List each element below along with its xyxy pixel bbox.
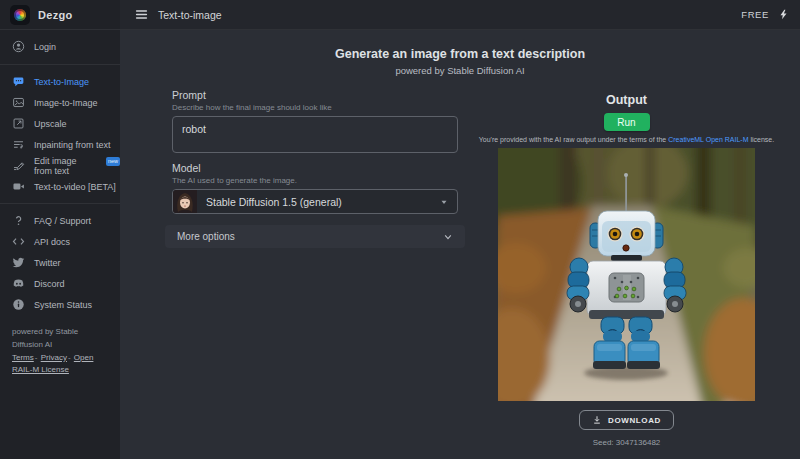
prompt-help-text: Describe how the final image should look… <box>172 103 458 112</box>
seed-value: 3047136482 <box>616 438 661 447</box>
sidebar-divider <box>0 203 120 204</box>
output-column: Output Run You're provided with the AI r… <box>465 89 800 447</box>
model-help-text: The AI used to generate the image. <box>172 176 458 185</box>
discord-icon <box>12 277 25 290</box>
model-selected-value: Stable Diffusion 1.5 (general) <box>206 196 430 208</box>
video-camera-icon <box>12 180 25 193</box>
generated-robot-image <box>498 148 755 401</box>
creativeml-license-link[interactable]: CreativeML Open RAIL-M <box>668 136 748 143</box>
sidebar-footer: powered by Stable Diffusion AI Terms- Pr… <box>0 317 120 377</box>
model-portrait-thumbnail <box>173 189 197 214</box>
sidebar-item-edit-image[interactable]: Edit image from text new <box>0 155 120 176</box>
chat-icon <box>12 75 25 88</box>
sidebar-item-label: Upscale <box>34 119 67 129</box>
edit-pencil-icon <box>12 159 25 172</box>
sidebar-item-label: Discord <box>34 279 65 289</box>
sidebar-item-upscale[interactable]: Upscale <box>0 113 120 134</box>
sidebar-item-discord[interactable]: Discord <box>0 273 120 294</box>
brand[interactable]: Dezgo <box>0 0 120 29</box>
prompt-label: Prompt <box>172 89 458 101</box>
image-icon <box>12 96 25 109</box>
sidebar-item-faq[interactable]: FAQ / Support <box>0 210 120 231</box>
sidebar-item-label: Edit image from text <box>34 156 94 176</box>
sidebar-item-image-to-image[interactable]: Image-to-Image <box>0 92 120 113</box>
seed-label: Seed: <box>593 438 614 447</box>
sidebar-item-text-to-image[interactable]: Text-to-Image <box>0 71 120 92</box>
model-field: Model The AI used to generate the image.… <box>172 162 458 214</box>
sidebar-item-label: Text-to-Image <box>34 77 89 87</box>
run-button[interactable]: Run <box>604 113 650 131</box>
privacy-link[interactable]: Privacy <box>41 353 67 362</box>
model-label: Model <box>172 162 458 174</box>
main-subtitle: powered by Stable Diffusion AI <box>120 65 800 76</box>
sidebar-divider <box>0 64 120 65</box>
lightning-icon[interactable] <box>778 8 789 21</box>
person-icon <box>12 40 25 53</box>
dezgo-app: Dezgo Text-to-image FREE Login <box>0 0 800 459</box>
inpaint-lines-icon <box>12 138 25 151</box>
sidebar-item-system-status[interactable]: System Status <box>0 294 120 315</box>
top-header: Dezgo Text-to-image FREE <box>0 0 800 30</box>
sidebar-item-text-to-video[interactable]: Text-to-video [BETA] <box>0 176 120 197</box>
main-content: Generate an image from a text descriptio… <box>120 30 800 459</box>
sidebar-secondary-nav: FAQ / Support API docs Twitter Disco <box>0 208 120 317</box>
sidebar-item-label: Image-to-Image <box>34 98 98 108</box>
license-prefix: You're provided with the AI raw output u… <box>479 136 668 143</box>
content-row: Prompt Describe how the final image shou… <box>120 89 800 447</box>
more-options-label: More options <box>177 231 235 242</box>
plan-badge[interactable]: FREE <box>741 9 769 20</box>
powered-by-text: powered by Stable Diffusion AI <box>12 326 108 352</box>
sidebar-item-inpainting[interactable]: Inpainting from text <box>0 134 120 155</box>
page-title: Text-to-image <box>158 9 222 21</box>
form-column: Prompt Describe how the final image shou… <box>165 89 465 248</box>
sidebar-item-label: Inpainting from text <box>34 140 111 150</box>
code-icon <box>12 235 25 248</box>
seed-text: Seed: 3047136482 <box>593 438 661 447</box>
sidebar: Login Text-to-Image Image-to-Image <box>0 30 120 459</box>
header-right: FREE <box>741 8 800 21</box>
prompt-field: Prompt Describe how the final image shou… <box>172 89 458 153</box>
sidebar-item-api-docs[interactable]: API docs <box>0 231 120 252</box>
download-button[interactable]: DOWNLOAD <box>579 410 674 430</box>
sidebar-item-label: FAQ / Support <box>34 216 91 226</box>
brand-name: Dezgo <box>38 9 73 21</box>
main-title: Generate an image from a text descriptio… <box>120 47 800 61</box>
sidebar-nav: Text-to-Image Image-to-Image Upscale <box>0 69 120 199</box>
prompt-input[interactable]: robot <box>172 116 458 153</box>
link-separator: - <box>35 353 38 362</box>
more-options-accordion[interactable]: More options <box>165 225 465 248</box>
sidebar-item-label: Login <box>34 42 56 52</box>
license-suffix: license. <box>749 136 775 143</box>
download-icon <box>592 415 602 425</box>
hamburger-icon[interactable] <box>134 7 149 22</box>
download-label: DOWNLOAD <box>608 416 661 425</box>
output-title: Output <box>606 93 647 107</box>
license-text: You're provided with the AI raw output u… <box>479 136 774 143</box>
caret-down-icon <box>439 197 449 207</box>
terms-link[interactable]: Terms <box>12 353 34 362</box>
sidebar-item-label: Text-to-video [BETA] <box>34 182 116 192</box>
question-icon <box>12 214 25 227</box>
twitter-icon <box>12 256 25 269</box>
upscale-icon <box>12 117 25 130</box>
sidebar-item-label: API docs <box>34 237 70 247</box>
sidebar-item-label: System Status <box>34 300 92 310</box>
sidebar-item-label: Twitter <box>34 258 61 268</box>
chevron-down-icon <box>443 232 453 242</box>
link-separator: - <box>68 353 71 362</box>
model-select[interactable]: Stable Diffusion 1.5 (general) <box>172 189 458 214</box>
dezgo-logo-icon <box>10 5 30 25</box>
new-badge: new <box>106 157 120 166</box>
sidebar-item-login[interactable]: Login <box>0 33 120 60</box>
info-icon <box>12 298 25 311</box>
footer-links: Terms- Privacy- Open RAIL-M License <box>12 352 108 378</box>
sidebar-item-twitter[interactable]: Twitter <box>0 252 120 273</box>
